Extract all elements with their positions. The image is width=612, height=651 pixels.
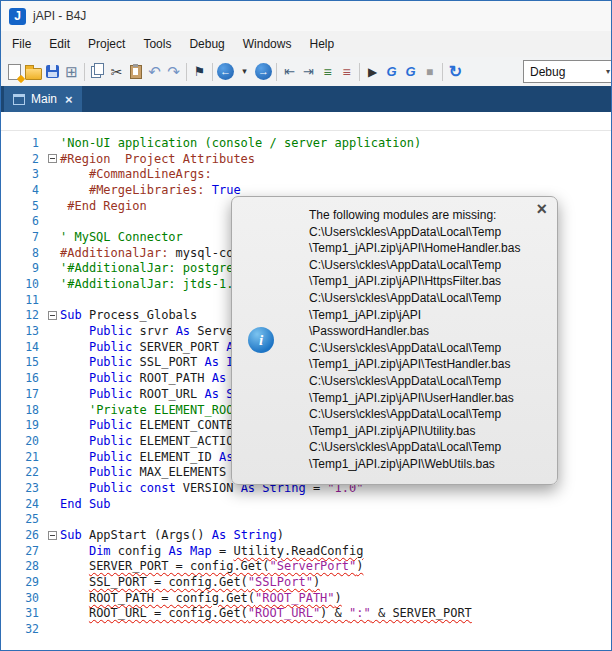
code-line: 31 ROOT_URL = config.Get("ROOT_URL") & "… xyxy=(1,606,611,622)
code-token xyxy=(60,324,89,338)
code-text[interactable]: ' MySQL Connector xyxy=(60,230,183,244)
line-number: 14 xyxy=(1,340,44,354)
fold-collapse-icon[interactable] xyxy=(48,531,57,540)
tab-close-icon[interactable]: × xyxy=(65,92,73,107)
stop-button[interactable]: ■ xyxy=(420,60,439,83)
code-text[interactable]: 'Non-UI application (console / server ap… xyxy=(60,136,421,150)
outdent-icon: ⇤ xyxy=(284,65,295,78)
code-token: ELEMENT_ID xyxy=(132,450,219,464)
paste-button[interactable] xyxy=(126,60,145,83)
cut-button[interactable]: ✂ xyxy=(107,60,126,83)
code-token: #MergeLibraries: xyxy=(89,183,205,197)
code-text[interactable]: #End Region xyxy=(60,199,147,213)
fold-collapse-icon[interactable] xyxy=(48,311,57,320)
menu-debug[interactable]: Debug xyxy=(180,33,233,55)
chevron-down-icon[interactable]: ▾ xyxy=(600,67,612,76)
run-button[interactable]: ▶ xyxy=(363,60,382,83)
app-logo-icon: J xyxy=(9,8,26,25)
code-token: Utility.ReadConfig xyxy=(233,544,363,558)
menu-help[interactable]: Help xyxy=(300,33,343,55)
toolbar: ⊞✂↶↷⚑←▾→⇤⇥≡≡▶GG■↻ Debug ▾ xyxy=(1,57,611,86)
code-token: Public xyxy=(89,371,132,385)
line-number: 8 xyxy=(1,246,44,260)
menu-project[interactable]: Project xyxy=(79,33,134,55)
code-text[interactable]: #CommandLineArgs: xyxy=(60,167,212,181)
code-token: Public const xyxy=(89,481,176,495)
missing-module-path: \Temp1_jAPI.zip\jAPI\Utility.bas xyxy=(309,423,551,440)
code-text[interactable]: Sub Process_Globals xyxy=(60,308,197,322)
code-text[interactable]: End Sub xyxy=(60,497,111,511)
code-line: 2#Region Project Attributes xyxy=(1,151,611,167)
code-token: Public xyxy=(89,450,132,464)
code-text[interactable]: ROOT_PATH = config.Get("ROOT_PATH") xyxy=(60,591,342,605)
code-text[interactable]: Sub AppStart (Args() As String) xyxy=(60,528,284,542)
code-token: ) & xyxy=(320,606,349,620)
code-text[interactable]: Dim config As Map = Utility.ReadConfig xyxy=(60,544,364,558)
indent-button[interactable]: ⇥ xyxy=(299,60,318,83)
build-configuration-select[interactable]: Debug ▾ xyxy=(523,60,612,83)
missing-module-path: \Temp1_jAPI.zip\jAPI\HomeHandler.bas xyxy=(309,240,551,257)
new-file-button[interactable] xyxy=(5,60,24,83)
navigate-forward-button[interactable]: → xyxy=(254,60,273,83)
code-text[interactable]: Public srvr As Server xyxy=(60,324,241,338)
toolbar-separator xyxy=(442,63,443,81)
code-token: ROOT_URL xyxy=(132,387,204,401)
code-text[interactable]: #Region Project Attributes xyxy=(60,152,255,166)
save-icon xyxy=(46,65,59,78)
missing-module-path: C:\Users\ckles\AppData\Local\Temp xyxy=(309,290,551,307)
outdent-button[interactable]: ⇤ xyxy=(280,60,299,83)
missing-module-path: \PasswordHandler.bas xyxy=(309,323,551,340)
line-number: 32 xyxy=(1,622,44,636)
line-number: 27 xyxy=(1,544,44,558)
save-button[interactable] xyxy=(43,60,62,83)
goto-previous-position-button[interactable]: G xyxy=(382,60,401,83)
tab-main[interactable]: Main × xyxy=(4,86,82,112)
line-number: 10 xyxy=(1,277,44,291)
code-line: 28 SERVER_PORT = config.Get("ServerPort"… xyxy=(1,559,611,575)
code-text[interactable]: Public SSL_PORT As Int xyxy=(60,355,248,369)
code-text[interactable]: ROOT_URL = config.Get("ROOT_URL") & ":" … xyxy=(60,606,472,620)
undo-button[interactable]: ↶ xyxy=(145,60,164,83)
line-number: 19 xyxy=(1,418,44,432)
editor-divider xyxy=(1,130,611,131)
open-project-button[interactable] xyxy=(24,60,43,83)
line-number: 31 xyxy=(1,606,44,620)
code-token: Public xyxy=(89,465,132,479)
navigation-history-dropdown[interactable]: ▾ xyxy=(235,60,254,83)
code-line: 27 Dim config As Map = Utility.ReadConfi… xyxy=(1,543,611,559)
menu-edit[interactable]: Edit xyxy=(40,33,79,55)
missing-module-path: C:\Users\ckles\AppData\Local\Temp xyxy=(309,224,551,241)
comment-button[interactable]: ≡ xyxy=(318,60,337,83)
fold-column xyxy=(44,154,60,163)
copy-button[interactable] xyxy=(88,60,107,83)
missing-modules-tooltip: × i The following modules are missing: C… xyxy=(231,196,558,485)
code-token: ROOT_PATH xyxy=(132,371,211,385)
code-text[interactable]: #MergeLibraries: True xyxy=(60,183,241,197)
line-number: 15 xyxy=(1,355,44,369)
folder-icon xyxy=(25,68,42,80)
menu-windows[interactable]: Windows xyxy=(234,33,301,55)
line-number: 24 xyxy=(1,497,44,511)
circle-back-icon: ← xyxy=(217,63,234,80)
rebuild-button[interactable]: ↻ xyxy=(446,60,465,83)
redo-button[interactable]: ↷ xyxy=(164,60,183,83)
comment-icon: ≡ xyxy=(323,65,331,79)
code-text[interactable]: SSL_PORT = config.Get("SSLPort") xyxy=(60,575,320,589)
code-text[interactable]: SERVER_PORT = config.Get("ServerPort") xyxy=(60,559,363,573)
fold-collapse-icon[interactable] xyxy=(48,154,57,163)
toolbar-separator xyxy=(359,63,360,81)
missing-module-path: \Temp1_jAPI.zip\jAPI xyxy=(309,307,551,324)
code-token: Public xyxy=(89,324,132,338)
code-token: Public xyxy=(89,418,132,432)
code-token xyxy=(60,559,89,573)
navigate-back-button[interactable]: ← xyxy=(216,60,235,83)
goto-next-position-button[interactable]: G xyxy=(401,60,420,83)
bookmark-button[interactable]: ⚑ xyxy=(190,60,209,83)
code-token: #End Region xyxy=(67,199,146,213)
menu-file[interactable]: File xyxy=(3,33,40,55)
code-token: "ROOT_URL" xyxy=(248,606,320,620)
menu-tools[interactable]: Tools xyxy=(134,33,180,55)
package-button[interactable]: ⊞ xyxy=(62,60,81,83)
uncomment-button[interactable]: ≡ xyxy=(337,60,356,83)
fold-column xyxy=(44,531,60,540)
